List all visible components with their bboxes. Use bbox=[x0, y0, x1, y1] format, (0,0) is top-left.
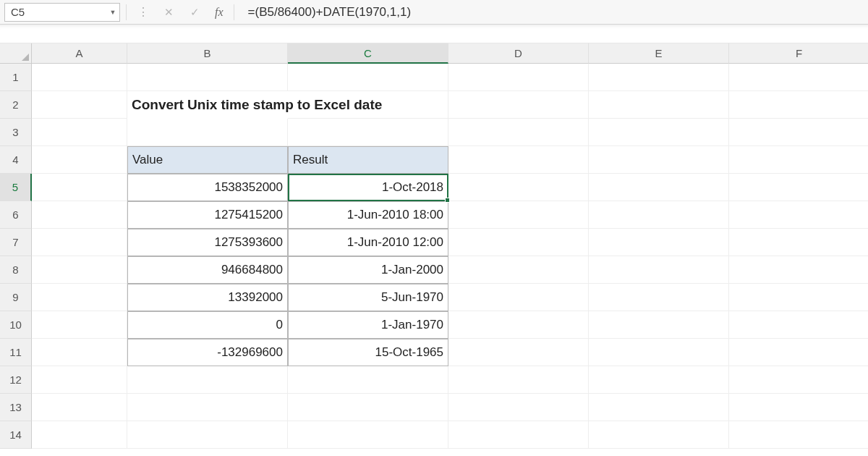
cell-C13[interactable] bbox=[288, 394, 448, 421]
cell-A2[interactable] bbox=[32, 91, 127, 119]
row-header-5[interactable]: 5 bbox=[0, 174, 32, 201]
cell-F11[interactable] bbox=[729, 339, 868, 366]
cell-D9[interactable] bbox=[448, 284, 589, 311]
cell-A13[interactable] bbox=[32, 394, 127, 421]
cell-D8[interactable] bbox=[448, 256, 589, 284]
cell-D4[interactable] bbox=[448, 146, 589, 174]
cell-D14[interactable] bbox=[448, 421, 589, 449]
cell-F7[interactable] bbox=[729, 229, 868, 256]
cell-E14[interactable] bbox=[589, 421, 729, 449]
row-header-3[interactable]: 3 bbox=[0, 119, 32, 146]
cell-D13[interactable] bbox=[448, 394, 589, 421]
row-header-2[interactable]: 2 bbox=[0, 91, 32, 119]
cell-C1[interactable] bbox=[288, 64, 448, 91]
cell-F2[interactable] bbox=[729, 91, 868, 119]
col-header-D[interactable]: D bbox=[448, 43, 589, 64]
name-box-input[interactable] bbox=[5, 4, 106, 21]
cell-B1[interactable] bbox=[127, 64, 288, 91]
cell-D11[interactable] bbox=[448, 339, 589, 366]
cell-C10[interactable]: 1-Jan-1970 bbox=[288, 311, 448, 339]
row-header-8[interactable]: 8 bbox=[0, 256, 32, 284]
cell-E12[interactable] bbox=[589, 366, 729, 394]
cell-F4[interactable] bbox=[729, 146, 868, 174]
cell-C7[interactable]: 1-Jun-2010 12:00 bbox=[288, 229, 448, 256]
cell-F5[interactable] bbox=[729, 174, 868, 201]
cell-E9[interactable] bbox=[589, 284, 729, 311]
table-header-value[interactable]: Value bbox=[127, 146, 288, 174]
cell-A12[interactable] bbox=[32, 366, 127, 394]
cell-C5[interactable]: 1-Oct-2018 bbox=[288, 174, 448, 201]
cell-F3[interactable] bbox=[729, 119, 868, 146]
cell-F10[interactable] bbox=[729, 311, 868, 339]
cell-D10[interactable] bbox=[448, 311, 589, 339]
cell-D5[interactable] bbox=[448, 174, 589, 201]
row-header-12[interactable]: 12 bbox=[0, 366, 32, 394]
cell-F13[interactable] bbox=[729, 394, 868, 421]
cell-C11[interactable]: 15-Oct-1965 bbox=[288, 339, 448, 366]
page-title[interactable]: Convert Unix time stamp to Excel date bbox=[127, 91, 288, 119]
cell-B5[interactable]: 1538352000 bbox=[127, 174, 288, 201]
cell-C9[interactable]: 5-Jun-1970 bbox=[288, 284, 448, 311]
cell-A6[interactable] bbox=[32, 201, 127, 229]
row-header-1[interactable]: 1 bbox=[0, 64, 32, 91]
cell-B8[interactable]: 946684800 bbox=[127, 256, 288, 284]
col-header-E[interactable]: E bbox=[589, 43, 729, 64]
cell-A3[interactable] bbox=[32, 119, 127, 146]
cell-E6[interactable] bbox=[589, 201, 729, 229]
cell-E2[interactable] bbox=[589, 91, 729, 119]
col-header-A[interactable]: A bbox=[32, 43, 127, 64]
cell-B14[interactable] bbox=[127, 421, 288, 449]
select-all-corner[interactable] bbox=[0, 43, 32, 64]
cell-E8[interactable] bbox=[589, 256, 729, 284]
cell-A11[interactable] bbox=[32, 339, 127, 366]
cell-F1[interactable] bbox=[729, 64, 868, 91]
cell-E4[interactable] bbox=[589, 146, 729, 174]
cell-F6[interactable] bbox=[729, 201, 868, 229]
cell-F12[interactable] bbox=[729, 366, 868, 394]
cell-C8[interactable]: 1-Jan-2000 bbox=[288, 256, 448, 284]
name-box[interactable]: ▼ bbox=[4, 3, 120, 22]
cell-B6[interactable]: 1275415200 bbox=[127, 201, 288, 229]
row-header-14[interactable]: 14 bbox=[0, 421, 32, 449]
cell-E3[interactable] bbox=[589, 119, 729, 146]
row-header-11[interactable]: 11 bbox=[0, 339, 32, 366]
row-header-7[interactable]: 7 bbox=[0, 229, 32, 256]
fx-icon[interactable]: fx bbox=[210, 6, 228, 19]
cell-E11[interactable] bbox=[589, 339, 729, 366]
cell-C3[interactable] bbox=[288, 119, 448, 146]
cell-B9[interactable]: 13392000 bbox=[127, 284, 288, 311]
cell-E13[interactable] bbox=[589, 394, 729, 421]
cell-C6[interactable]: 1-Jun-2010 18:00 bbox=[288, 201, 448, 229]
cell-D12[interactable] bbox=[448, 366, 589, 394]
expand-dots-icon[interactable]: ⋮ bbox=[135, 5, 153, 19]
cell-B7[interactable]: 1275393600 bbox=[127, 229, 288, 256]
cell-F9[interactable] bbox=[729, 284, 868, 311]
row-header-4[interactable]: 4 bbox=[0, 146, 32, 174]
cell-B3[interactable] bbox=[127, 119, 288, 146]
cell-B10[interactable]: 0 bbox=[127, 311, 288, 339]
cell-A5[interactable] bbox=[32, 174, 127, 201]
cell-A4[interactable] bbox=[32, 146, 127, 174]
cell-D7[interactable] bbox=[448, 229, 589, 256]
cell-D1[interactable] bbox=[448, 64, 589, 91]
row-header-13[interactable]: 13 bbox=[0, 394, 32, 421]
row-header-10[interactable]: 10 bbox=[0, 311, 32, 339]
cell-E5[interactable] bbox=[589, 174, 729, 201]
cell-A9[interactable] bbox=[32, 284, 127, 311]
cell-A10[interactable] bbox=[32, 311, 127, 339]
cell-E1[interactable] bbox=[589, 64, 729, 91]
cell-A7[interactable] bbox=[32, 229, 127, 256]
formula-input[interactable] bbox=[242, 3, 864, 22]
row-header-6[interactable]: 6 bbox=[0, 201, 32, 229]
row-header-9[interactable]: 9 bbox=[0, 284, 32, 311]
cell-B11[interactable]: -132969600 bbox=[127, 339, 288, 366]
cell-E10[interactable] bbox=[589, 311, 729, 339]
col-header-F[interactable]: F bbox=[729, 43, 868, 64]
cell-E7[interactable] bbox=[589, 229, 729, 256]
cell-F14[interactable] bbox=[729, 421, 868, 449]
cell-A8[interactable] bbox=[32, 256, 127, 284]
cell-F8[interactable] bbox=[729, 256, 868, 284]
col-header-B[interactable]: B bbox=[127, 43, 288, 64]
name-box-dropdown-icon[interactable]: ▼ bbox=[106, 9, 119, 16]
cell-D2[interactable] bbox=[448, 91, 589, 119]
